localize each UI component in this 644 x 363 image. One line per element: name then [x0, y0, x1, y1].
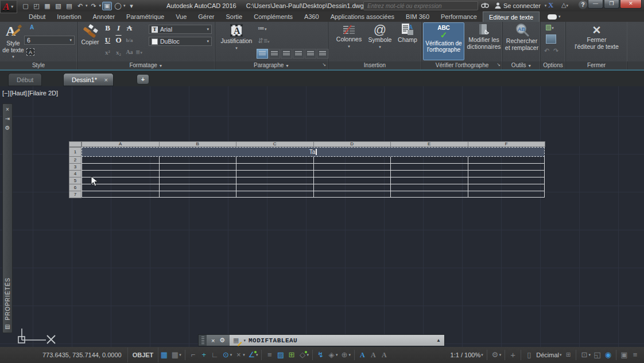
close-button[interactable]: ✕ — [620, 0, 642, 9]
help-icon[interactable]: ? — [579, 1, 587, 9]
selection-cycling-icon[interactable]: ⊞ — [286, 347, 297, 362]
ribbon-tab-applications-associ-es[interactable]: Applications associées — [325, 11, 400, 22]
undo-icon[interactable]: ↶ — [75, 2, 85, 10]
ribbon-state-icon[interactable] — [548, 14, 557, 20]
ribbon-tab-sortie[interactable]: Sortie — [220, 11, 248, 22]
redo-dropdown-icon[interactable]: ▾ — [99, 3, 102, 8]
table-title-cell[interactable]: Ta — [82, 147, 545, 157]
coordinates-display[interactable]: 773.6435, 735.7144, 0.0000 — [37, 352, 127, 358]
undo-dropdown-icon[interactable]: ▾ — [86, 3, 88, 8]
subscript-button[interactable]: x₂ — [114, 47, 123, 57]
dialog-launcher-icon[interactable]: ↘ — [322, 61, 326, 69]
redo-icon[interactable]: ↷ — [89, 2, 99, 10]
ribbon-tab-a360[interactable]: A360 — [298, 11, 325, 22]
command-input[interactable]: ▦▾ MODIFTABLEAU ▲ — [230, 335, 444, 346]
annotative-icon[interactable]: A — [26, 48, 34, 56]
underline-button[interactable]: U — [103, 35, 112, 45]
sign-in-dropdown-icon[interactable]: ▾ — [545, 3, 547, 8]
list-tools-icon[interactable]: ≣▾ — [135, 47, 146, 59]
italic-button[interactable]: I — [114, 23, 123, 33]
annotation-monitor-icon[interactable]: + — [507, 347, 518, 362]
print-icon[interactable]: ▤ — [64, 2, 74, 10]
ribbon-tab-g-rer[interactable]: Gérer — [192, 11, 220, 22]
sign-in-button[interactable]: Se connecter ▾ — [495, 0, 546, 11]
model-space-button[interactable]: OBJET — [127, 347, 159, 362]
table-column-header[interactable]: D — [313, 141, 391, 147]
overline-button[interactable]: O — [114, 35, 123, 45]
ribbon-tab-performance[interactable]: Performance — [435, 11, 483, 22]
ortho-mode-icon[interactable]: ∟ — [210, 347, 220, 362]
save-icon[interactable]: ▦ — [42, 2, 52, 10]
application-menu-button[interactable]: A▼ — [0, 0, 17, 13]
panel-label-options[interactable]: Options — [541, 61, 566, 69]
search-input[interactable] — [363, 1, 478, 10]
color-combo[interactable]: DuBloc▾ — [149, 37, 212, 46]
change-case-button[interactable]: Aa — [125, 47, 134, 57]
new-drawing-tab-button[interactable]: + — [137, 74, 149, 84]
polar-tracking-icon[interactable]: ⊙ — [220, 347, 231, 362]
file-tab-start[interactable]: Début — [8, 73, 42, 86]
symbol-button[interactable]: @ Symbole ▾ — [366, 23, 394, 50]
table-column-header[interactable]: C — [236, 141, 314, 147]
text-style-button[interactable]: A Style de texte ▾ — [2, 23, 24, 60]
annotation-scale-icon[interactable]: A — [379, 347, 390, 362]
clean-screen-icon[interactable]: ▣ — [619, 347, 630, 362]
align-justify-button[interactable] — [293, 49, 304, 59]
viewport-menu-control[interactable]: [−] — [2, 90, 10, 96]
drawing-area[interactable]: [−][Haut][Filaire 2D] × ⇥ ⚙ PROPRIÉTÉS ▤… — [0, 86, 644, 347]
restore-button[interactable]: ❐ — [604, 0, 619, 9]
bullets-numbering-icon[interactable]: ≔▾ — [258, 24, 267, 32]
grid-display-icon[interactable]: ▦ — [169, 347, 180, 362]
ribbon-tab-annoter[interactable]: Annoter — [87, 11, 121, 22]
object-snap-icon[interactable]: ∠ — [246, 347, 257, 362]
sheet-set-icon[interactable]: ◯ — [113, 2, 123, 10]
gizmo-icon[interactable]: ⊕ — [339, 347, 350, 362]
panel-label-insert[interactable]: Insertion — [328, 61, 422, 69]
selection-filter-icon[interactable]: ◈ — [326, 347, 337, 362]
field-button[interactable]: A Champ — [395, 23, 420, 44]
ribbon-tab-bim-360[interactable]: BIM 360 — [400, 11, 435, 22]
tab-close-icon[interactable]: × — [104, 74, 108, 86]
customization-icon[interactable]: ≡ — [630, 347, 641, 362]
panel-label-paragraph[interactable]: Paragraphe ▼↘ — [215, 61, 328, 69]
ribbon-tab-d-but[interactable]: Début — [23, 11, 51, 22]
table[interactable]: ABCDEF1234567Ta — [69, 141, 545, 198]
properties-palette-bar[interactable]: × ⇥ ⚙ PROPRIÉTÉS ▤ — [2, 103, 13, 333]
panel-label-close[interactable]: Fermer — [566, 61, 627, 69]
align-left-button[interactable] — [257, 49, 268, 59]
more-options-icon[interactable]: ▧▾ — [545, 23, 554, 31]
match-properties-button[interactable]: Copier — [79, 24, 101, 46]
system-monitor-icon[interactable]: ⊡ — [579, 347, 589, 362]
panel-label-spell[interactable]: Vérifier l'orthographe↘ — [422, 61, 503, 69]
justification-button[interactable]: A Justification ▾ — [220, 23, 253, 51]
active-command-icon[interactable]: ▦▾ — [233, 337, 241, 344]
ribbon-tab-param-trique[interactable]: Paramétrique — [121, 11, 170, 22]
line-spacing-icon[interactable]: ⇵≡▾ — [258, 37, 270, 45]
align-right-button[interactable] — [281, 49, 292, 59]
table-row-header[interactable]: 1 — [69, 147, 82, 157]
command-line-grip[interactable] — [199, 335, 207, 346]
dynamic-ucs-icon[interactable]: ↯ — [315, 347, 326, 362]
isolate-objects-icon[interactable]: ◱ — [592, 347, 603, 362]
font-combo[interactable]: T Arial▾ — [149, 25, 212, 34]
table-column-header[interactable]: E — [390, 141, 468, 147]
palette-settings-icon[interactable]: ⚙ — [5, 125, 10, 134]
new-file-icon[interactable]: ▢ — [21, 2, 30, 10]
command-history-icon[interactable]: ▲ — [436, 338, 441, 343]
units-button[interactable]: Décimal — [534, 352, 561, 358]
quick-calc-icon[interactable]: ⊞ — [562, 347, 573, 362]
editor-undo-icon[interactable]: ↶ — [544, 47, 549, 55]
stack-fraction-button[interactable]: b/a — [125, 35, 134, 45]
table-corner-cell[interactable] — [69, 141, 82, 147]
ribbon-state-dropdown-icon[interactable]: ▾ — [558, 14, 561, 19]
view-control[interactable]: [Haut] — [10, 90, 27, 96]
annotation-visibility-icon[interactable]: A — [357, 347, 368, 362]
text-height-combo[interactable]: 6▾ — [24, 36, 75, 45]
dialog-launcher-icon[interactable]: ↘ — [496, 61, 501, 69]
bold-button[interactable]: B — [103, 23, 112, 33]
command-line[interactable]: × ⚙ ▦▾ MODIFTABLEAU ▲ — [198, 334, 445, 346]
palette-close-icon[interactable]: × — [6, 106, 9, 115]
find-replace-button[interactable]: AB Rechercher et remplacer — [504, 23, 540, 51]
annotation-scale-button[interactable]: 1:1 / 100% — [449, 352, 483, 358]
workspace-icon[interactable]: ▣ — [102, 2, 112, 10]
